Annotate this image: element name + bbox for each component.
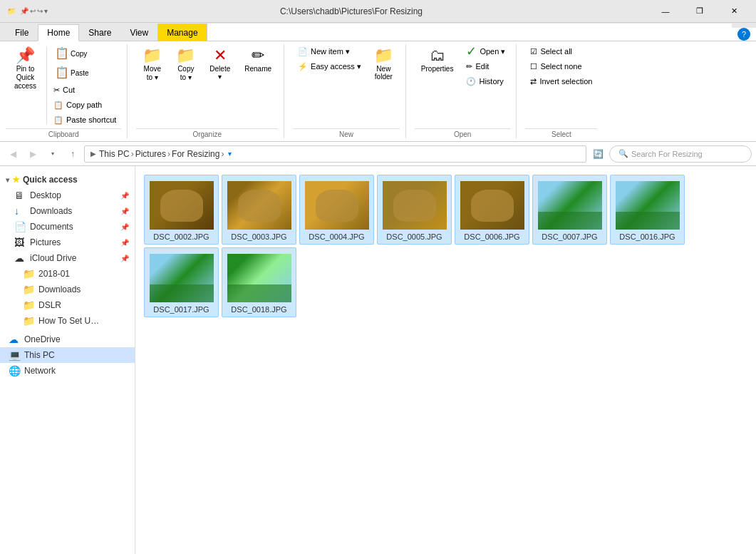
copy-button[interactable]: 📋 Copy [48,44,121,63]
file-item[interactable]: DSC_0002.JPG [144,175,219,245]
invert-selection-button[interactable]: ⇄ Invert selection [525,74,597,88]
copy-to-button[interactable]: 📁 Copyto ▾ [170,44,202,86]
new-item-button[interactable]: 📄 New item ▾ [293,44,366,58]
sidebar-item-2018[interactable]: 📁 2018-01 [0,266,135,282]
sidebar-item-downloads2[interactable]: 📁 Downloads [0,282,135,297]
file-item[interactable]: DSC_0003.JPG [222,175,296,245]
new-group: 📄 New item ▾ ⚡ Easy access ▾ 📁 Newfolder… [293,44,406,138]
sidebar-dslr-label: DSLR [38,300,129,310]
restore-button[interactable]: ❐ [683,0,716,23]
search-box[interactable]: 🔍 Search For Resizing [609,145,752,163]
help-icon[interactable]: ? [737,28,750,41]
close-button[interactable]: ✕ [718,0,750,23]
folder-downloads-icon: 📁 [23,284,34,295]
file-thumbnail [460,181,524,230]
history-button[interactable]: 🕐 History [461,74,510,88]
sidebar-icloud-label: iCloud Drive [30,253,116,263]
select-content: ☑ Select all ☐ Select none ⇄ Invert sele… [525,44,597,127]
address-bar: ◀ ▶ ▾ ↑ ▶ This PC › Pictures › For Resiz… [0,142,756,166]
sidebar-item-onedrive[interactable]: ☁ OneDrive [0,332,135,347]
copy-path-icon: 📋 [53,101,63,110]
file-name: DSC_0016.JPG [619,232,675,241]
file-name: DSC_0006.JPG [464,232,519,241]
open-group: 🗂 Properties ✓ Open ▾ ✏ Edit 🕐 History O… [415,44,517,138]
paste-button[interactable]: 📋 Paste [48,63,121,82]
refresh-button[interactable]: 🔄 [589,145,606,163]
file-area: DSC_0002.JPG DSC_0003.JPG DSC_0004.JPG D… [135,166,756,554]
organize-group: 📁 Moveto ▾ 📁 Copyto ▾ ✕ Delete ▾ ✏ Renam… [136,44,284,138]
pin-to-quick-access-button[interactable]: 📌 Pin to Quickaccess [6,44,45,94]
tab-view[interactable]: View [120,24,157,41]
minimize-button[interactable]: — [649,0,682,23]
sidebar-desktop-label: Desktop [30,190,116,200]
new-folder-label: Newfolder [375,65,393,81]
recent-locations-button[interactable]: ▾ [44,145,61,163]
clipboard-group: 📌 Pin to Quickaccess 📋 Copy 📋 Paste ✂ Cu… [6,44,128,138]
sidebar-item-desktop[interactable]: 🖥 Desktop 📌 [0,188,135,203]
new-content: 📄 New item ▾ ⚡ Easy access ▾ 📁 Newfolder [293,44,400,127]
tab-home[interactable]: Home [38,24,79,41]
edit-button[interactable]: ✏ Edit [461,59,510,73]
tab-manage[interactable]: Manage [157,24,207,41]
file-item[interactable]: DSC_0005.JPG [377,175,452,245]
onedrive-icon: ☁ [9,334,20,345]
sidebar-item-canned[interactable]: 📁 How To Set Up Canned | [0,313,135,329]
desktop-icon: 🖥 [14,190,26,201]
move-icon: 📁 [143,48,162,63]
move-label: Moveto ▾ [144,65,161,82]
open-button[interactable]: ✓ Open ▾ [461,44,510,58]
sidebar-item-this-pc[interactable]: 💻 This PC [0,347,135,363]
customize-icon: ▾ [44,7,48,15]
tab-share[interactable]: Share [79,24,120,41]
file-item[interactable]: DSC_0017.JPG [144,247,219,317]
window-controls: — ❐ ✕ [649,0,750,23]
sidebar-item-network[interactable]: 🌐 Network [0,363,135,379]
clipboard-content: 📌 Pin to Quickaccess 📋 Copy 📋 Paste ✂ Cu… [6,44,121,127]
window-title: C:\Users\chadb\Pictures\For Resizing [53,6,649,16]
address-path[interactable]: ▶ This PC › Pictures › For Resizing › ▾ [84,145,586,163]
rename-button[interactable]: ✏ Rename [238,44,278,76]
copy-icon: 📋 [55,48,69,59]
open-icon: ✓ [466,43,477,59]
file-name: DSC_0003.JPG [231,232,286,241]
path-for-resizing: For Resizing [172,149,219,159]
file-item[interactable]: DSC_0018.JPG [222,247,296,317]
up-button[interactable]: ↑ [64,145,81,163]
sidebar-item-icloud[interactable]: ☁ iCloud Drive 📌 [0,250,135,266]
pin-icon: 📌 [16,48,35,63]
organize-content: 📁 Moveto ▾ 📁 Copyto ▾ ✕ Delete ▾ ✏ Renam… [136,44,278,127]
window-icon: 📁 [6,6,17,17]
pin-label: Pin to Quickaccess [12,65,38,91]
copy-path-button[interactable]: 📋 Copy path [48,98,121,112]
open-content: 🗂 Properties ✓ Open ▾ ✏ Edit 🕐 History [415,44,511,127]
file-item[interactable]: DSC_0016.JPG [610,175,685,245]
quick-access-header[interactable]: ▾ ★ Quick access [0,172,135,188]
tab-file[interactable]: File [6,24,38,41]
delete-button[interactable]: ✕ Delete ▾ [203,44,237,84]
sidebar-item-downloads[interactable]: ↓ Downloads 📌 [0,203,135,219]
invert-icon: ⇄ [530,77,537,86]
properties-button[interactable]: 🗂 Properties [415,44,460,76]
title-bar: 📁 📌 ↩ ↪ ▾ C:\Users\chadb\Pictures\For Re… [0,0,756,23]
easy-access-button[interactable]: ⚡ Easy access ▾ [293,59,366,73]
separator [46,47,47,124]
file-thumbnail [227,181,291,230]
paste-shortcut-button[interactable]: 📋 Paste shortcut [48,113,121,127]
open-label: Open [415,128,511,138]
select-all-button[interactable]: ☑ Select all [525,44,597,58]
move-to-button[interactable]: 📁 Moveto ▾ [136,44,168,86]
select-group: ☑ Select all ☐ Select none ⇄ Invert sele… [525,44,603,138]
file-item[interactable]: DSC_0007.JPG [532,175,607,245]
select-none-button[interactable]: ☐ Select none [525,59,597,73]
file-item[interactable]: DSC_0004.JPG [299,175,374,245]
file-name: DSC_0002.JPG [153,232,209,241]
sidebar-item-dslr[interactable]: 📁 DSLR [0,297,135,313]
new-folder-button[interactable]: 📁 Newfolder [368,44,400,84]
cut-button[interactable]: ✂ Cut [48,83,121,97]
file-item[interactable]: DSC_0006.JPG [455,175,529,245]
path-this-pc: This PC [99,149,130,159]
this-pc-icon: 💻 [9,349,20,361]
sidebar-item-pictures[interactable]: 🖼 Pictures 📌 [0,235,135,250]
sidebar-item-documents[interactable]: 📄 Documents 📌 [0,219,135,235]
edit-icon: ✏ [466,62,472,71]
